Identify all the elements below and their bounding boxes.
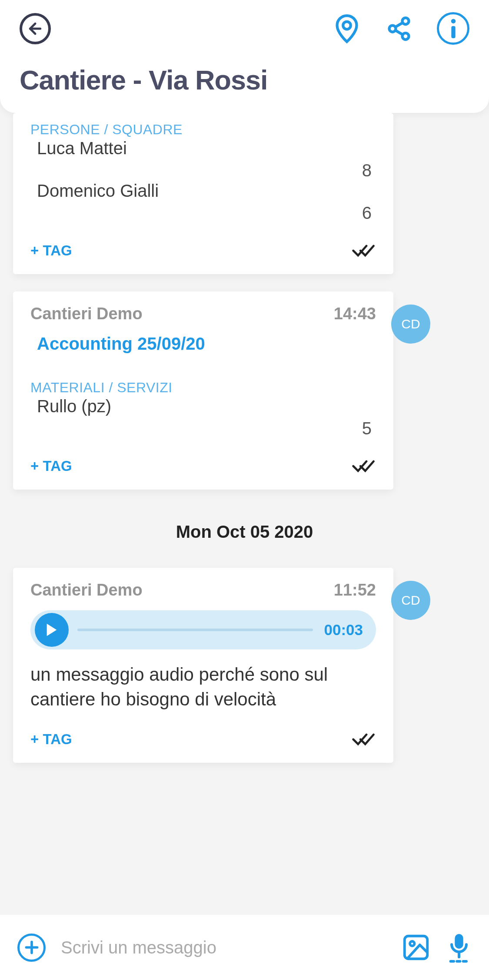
person-qty: 6 xyxy=(30,203,372,223)
section-label: MATERIALI / SERVIZI xyxy=(30,380,376,396)
accounting-link[interactable]: Accounting 25/09/20 xyxy=(37,334,376,354)
card-header: Cantieri Demo 11:52 xyxy=(30,581,376,599)
audio-progress[interactable] xyxy=(77,629,313,631)
read-receipt-icon xyxy=(352,733,376,748)
arrow-left-icon xyxy=(27,20,44,37)
plus-icon xyxy=(23,939,40,956)
share-icon xyxy=(386,16,412,42)
add-tag-button[interactable]: + TAG xyxy=(30,458,72,474)
svg-point-4 xyxy=(402,33,409,40)
location-pin-icon xyxy=(334,13,360,44)
message-card[interactable]: PERSONE / SQUADRE Luca Mattei 8 Domenico… xyxy=(13,113,393,274)
audio-caption: un messaggio audio perché sono sul canti… xyxy=(30,662,376,712)
audio-duration: 00:03 xyxy=(324,621,363,639)
svg-point-13 xyxy=(410,941,415,946)
composer: Scrivi un messaggio xyxy=(0,915,489,980)
section-label: PERSONE / SQUADRE xyxy=(30,122,376,138)
info-button[interactable] xyxy=(437,12,469,45)
card-footer: + TAG xyxy=(30,458,376,474)
person-qty: 8 xyxy=(30,161,372,180)
svg-point-3 xyxy=(389,25,396,32)
person-name: Domenico Gialli xyxy=(37,181,376,201)
person-name: Luca Mattei xyxy=(37,139,376,158)
add-tag-button[interactable]: + TAG xyxy=(30,242,72,259)
avatar[interactable]: CD xyxy=(391,305,430,344)
voice-record-button[interactable] xyxy=(446,931,472,964)
read-receipt-icon xyxy=(352,244,376,259)
item-qty: 5 xyxy=(30,419,372,438)
svg-marker-9 xyxy=(47,624,57,636)
item-name: Rullo (pz) xyxy=(37,397,376,416)
sender-name: Cantieri Demo xyxy=(30,305,143,323)
svg-line-6 xyxy=(395,30,403,34)
play-button[interactable] xyxy=(35,613,69,647)
message-card[interactable]: CD Cantieri Demo 14:43 Accounting 25/09/… xyxy=(13,291,393,490)
image-attach-button[interactable] xyxy=(401,932,431,963)
avatar[interactable]: CD xyxy=(391,581,430,620)
audio-player[interactable]: 00:03 xyxy=(30,610,376,649)
message-time: 14:43 xyxy=(334,305,376,323)
info-icon xyxy=(449,19,458,38)
message-feed[interactable]: PERSONE / SQUADRE Luca Mattei 8 Domenico… xyxy=(0,113,489,906)
play-icon xyxy=(45,622,58,637)
svg-point-2 xyxy=(402,18,409,24)
read-receipt-icon xyxy=(352,460,376,474)
header-top xyxy=(20,12,469,45)
header-icons xyxy=(333,12,469,45)
location-button[interactable] xyxy=(333,14,361,43)
microphone-icon xyxy=(446,931,472,964)
svg-rect-14 xyxy=(455,934,463,949)
add-attachment-button[interactable] xyxy=(17,934,46,962)
back-button[interactable] xyxy=(20,13,51,44)
add-tag-button[interactable]: + TAG xyxy=(30,731,72,748)
card-header: Cantieri Demo 14:43 xyxy=(30,305,376,323)
page-title: Cantiere - Via Rossi xyxy=(20,64,469,96)
svg-point-1 xyxy=(343,21,351,29)
sender-name: Cantieri Demo xyxy=(30,581,143,599)
message-time: 11:52 xyxy=(334,581,376,599)
message-card[interactable]: CD Cantieri Demo 11:52 00:03 un messaggi… xyxy=(13,568,393,763)
svg-rect-8 xyxy=(451,26,455,38)
card-footer: + TAG xyxy=(30,242,376,259)
svg-line-5 xyxy=(395,23,403,27)
date-divider: Mon Oct 05 2020 xyxy=(13,522,476,542)
message-input[interactable]: Scrivi un messaggio xyxy=(61,938,386,957)
card-footer: + TAG xyxy=(30,731,376,748)
image-icon xyxy=(401,932,431,963)
header: Cantiere - Via Rossi xyxy=(0,0,489,113)
svg-point-7 xyxy=(451,19,456,23)
share-button[interactable] xyxy=(385,14,413,43)
